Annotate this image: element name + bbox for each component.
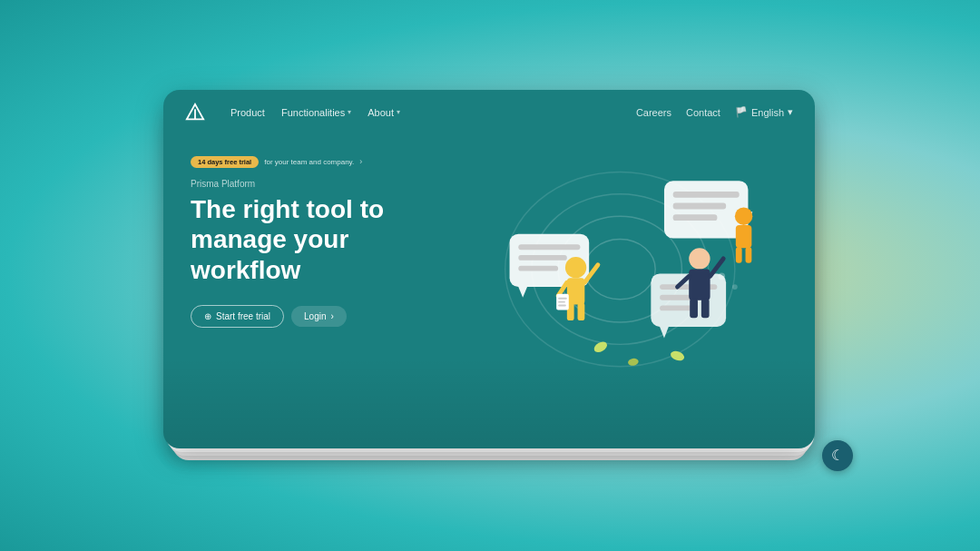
- chevron-down-icon: ▾: [788, 106, 793, 118]
- language-selector[interactable]: 🏳️ English ▾: [735, 106, 793, 118]
- svg-rect-13: [673, 191, 740, 197]
- logo[interactable]: [185, 103, 205, 123]
- hero-buttons: ⊕ Start free trial Login ›: [191, 305, 445, 328]
- svg-rect-22: [567, 278, 584, 304]
- nav-contact[interactable]: Contact: [686, 107, 720, 118]
- nav-right: Careers Contact 🏳️ English ▾: [636, 106, 793, 118]
- main-card: Product Functionalities ▾ About ▾ Career…: [163, 90, 815, 448]
- trial-badge[interactable]: 14 days free trial for your team and com…: [191, 156, 362, 168]
- svg-point-38: [670, 349, 686, 361]
- svg-rect-11: [664, 181, 749, 238]
- svg-point-33: [735, 207, 752, 224]
- svg-marker-7: [518, 287, 527, 298]
- svg-rect-24: [578, 302, 585, 320]
- hero-illustration: [463, 143, 788, 379]
- svg-rect-35: [736, 247, 742, 263]
- hero-section: 14 days free trial for your team and com…: [163, 135, 815, 397]
- badge-arrow-icon: ›: [359, 157, 362, 166]
- card-stack: Product Functionalities ▾ About ▾ Career…: [163, 90, 817, 462]
- arrow-right-icon: ›: [331, 311, 334, 321]
- svg-rect-43: [558, 297, 567, 299]
- hero-title: The right tool to manage your workflow: [191, 194, 445, 286]
- svg-rect-9: [518, 255, 567, 261]
- svg-rect-10: [518, 265, 558, 271]
- trial-badge-desc: for your team and company.: [264, 158, 354, 166]
- svg-rect-45: [558, 304, 566, 306]
- login-button[interactable]: Login ›: [291, 306, 347, 327]
- chevron-down-icon: ▾: [348, 108, 351, 116]
- flag-icon: 🏳️: [735, 106, 748, 118]
- svg-rect-44: [558, 300, 565, 302]
- svg-point-21: [565, 256, 586, 277]
- moon-icon: ☾: [831, 447, 844, 464]
- nav-about[interactable]: About ▾: [368, 107, 400, 118]
- svg-rect-36: [746, 247, 752, 263]
- svg-rect-30: [701, 298, 710, 317]
- user-plus-icon: ⊕: [204, 311, 211, 321]
- trial-badge-label: 14 days free trial: [191, 156, 259, 168]
- chevron-down-icon: ▾: [397, 108, 400, 116]
- svg-point-27: [689, 248, 710, 269]
- svg-rect-14: [673, 202, 726, 209]
- nav-functionalities[interactable]: Functionalities ▾: [281, 107, 351, 118]
- svg-rect-29: [690, 298, 698, 317]
- start-trial-button[interactable]: ⊕ Start free trial: [191, 305, 284, 328]
- svg-rect-34: [736, 224, 752, 247]
- dark-mode-button[interactable]: ☾: [822, 440, 853, 471]
- nav-careers[interactable]: Careers: [636, 107, 671, 118]
- nav-product[interactable]: Product: [230, 107, 265, 118]
- nav-links: Product Functionalities ▾ About ▾: [230, 107, 636, 118]
- platform-label: Prisma Platform: [191, 179, 445, 189]
- svg-rect-15: [673, 214, 718, 221]
- navbar: Product Functionalities ▾ About ▾ Career…: [163, 90, 815, 135]
- svg-point-41: [732, 284, 738, 290]
- svg-rect-8: [518, 244, 580, 250]
- hero-left: 14 days free trial for your team and com…: [191, 143, 445, 329]
- svg-point-40: [718, 272, 725, 280]
- svg-rect-28: [689, 269, 710, 300]
